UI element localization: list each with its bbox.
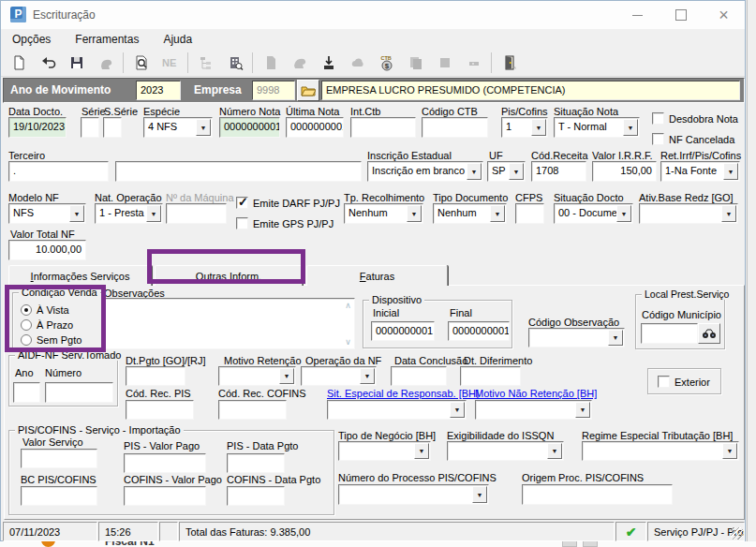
sit-especial-link[interactable]: Sit. Especial de Responsab. [BH] (327, 388, 479, 399)
cofins-data-pgto-field[interactable] (227, 486, 285, 506)
undo-icon[interactable] (33, 51, 62, 75)
data-conclusao-field[interactable] (391, 366, 447, 386)
desdobra-nota-checkbox[interactable]: Desdobra Nota (652, 112, 738, 125)
regime-especial-select[interactable] (582, 441, 739, 461)
serie-field[interactable] (81, 117, 99, 138)
cofins-valor-pago-field[interactable] (124, 486, 206, 506)
menu-ajuda[interactable]: Ajuda (163, 33, 192, 46)
aidf-ano-field[interactable] (13, 382, 40, 403)
ano-movimento-field[interactable]: 2023 (136, 81, 181, 100)
cod-rec-cofins-field[interactable] (218, 400, 287, 420)
bc-pis-cofins-field[interactable] (21, 486, 97, 506)
chevron-down-icon[interactable] (531, 119, 546, 136)
radio-a-vista[interactable]: À Vista (21, 304, 69, 316)
sit-especial-select[interactable] (327, 400, 467, 420)
num-maquina-field[interactable] (166, 203, 227, 224)
chevron-down-icon[interactable] (69, 205, 84, 222)
terceiro-code-field[interactable]: . (8, 161, 109, 182)
minimize-button[interactable] (616, 1, 659, 29)
new-document-icon[interactable] (4, 51, 33, 75)
situacao-docto-select[interactable]: 00 - Documer (554, 203, 633, 224)
chevron-down-icon[interactable] (407, 205, 422, 222)
inscricao-estadual-select[interactable]: Inscrição em branco (367, 161, 483, 182)
menu-ferramentas[interactable]: Ferramentas (75, 33, 139, 46)
scroll-up-icon[interactable] (345, 301, 351, 310)
ret-irrf-select[interactable]: 1-Na Fonte (660, 161, 740, 182)
dispositivo-final-field[interactable]: 0000000001 (448, 321, 510, 341)
chevron-down-icon[interactable] (509, 163, 524, 180)
codigo-observacao-select[interactable] (528, 328, 625, 347)
cfps-field[interactable] (515, 203, 544, 224)
dt-diferimento-field[interactable] (460, 366, 521, 386)
export-save-icon[interactable] (314, 51, 343, 75)
tab-informacoes-servicos[interactable]: Informações Serviços (8, 265, 152, 286)
radio-a-prazo[interactable]: À Prazo (21, 319, 73, 331)
chevron-down-icon[interactable] (616, 205, 631, 222)
dispositivo-inicial-field[interactable]: 0000000001 (371, 321, 435, 341)
empresa-code-field[interactable]: 9998 (252, 81, 295, 100)
uf-select[interactable]: SP (487, 161, 526, 182)
chevron-down-icon[interactable] (722, 443, 737, 459)
chevron-down-icon[interactable] (467, 163, 482, 180)
situacao-nota-select[interactable]: T - Normal (554, 117, 640, 138)
chevron-down-icon[interactable] (575, 402, 590, 418)
modelo-nf-select[interactable]: NFS (8, 203, 86, 224)
pis-cofins-select[interactable]: 1 (501, 117, 548, 138)
emite-darf-checkbox[interactable]: Emite DARF PJ/PJ (236, 197, 340, 209)
motivo-retencao-select[interactable] (218, 366, 296, 386)
pis-valor-pago-field[interactable] (124, 453, 206, 473)
motivo-nao-retencao-select[interactable] (475, 400, 592, 420)
chevron-down-icon[interactable] (279, 368, 294, 384)
resize-grip[interactable] (731, 527, 743, 540)
aidf-numero-field[interactable] (45, 382, 113, 403)
chevron-down-icon[interactable] (623, 119, 638, 136)
ativ-base-redz-select[interactable] (639, 203, 738, 224)
exit-door-icon[interactable] (495, 51, 524, 75)
codigo-ctb-field[interactable] (422, 117, 488, 138)
chevron-down-icon[interactable] (450, 402, 465, 418)
cod-receita-field[interactable]: 1708 (531, 161, 586, 182)
chevron-down-icon[interactable] (608, 330, 623, 346)
chevron-down-icon[interactable] (723, 163, 738, 180)
chevron-down-icon[interactable] (547, 443, 562, 459)
chevron-down-icon[interactable] (360, 368, 375, 384)
chevron-down-icon[interactable] (472, 486, 487, 503)
pis-data-pgto-field[interactable] (227, 453, 285, 473)
tipo-documento-select[interactable]: Nenhum (433, 203, 507, 224)
exterior-checkbox[interactable]: Exterior (658, 376, 710, 388)
valor-servico-field[interactable] (21, 449, 97, 468)
open-company-button[interactable] (297, 80, 319, 101)
operacao-nf-select[interactable] (301, 366, 377, 386)
tipo-negocio-select[interactable] (338, 441, 431, 461)
ultima-nota-field[interactable]: 0000000001 (286, 117, 344, 138)
terceiro-name-field[interactable] (115, 161, 362, 182)
numero-processo-select[interactable] (338, 484, 489, 505)
chevron-down-icon[interactable] (146, 205, 161, 222)
numero-nota-field[interactable]: 0000000001 (219, 117, 280, 138)
chevron-down-icon[interactable] (414, 443, 429, 459)
observacoes-textarea[interactable] (104, 298, 355, 349)
exigibilidade-issqn-select[interactable] (447, 441, 564, 461)
observacoes-scrollbar[interactable] (341, 299, 355, 348)
ctb-money-icon[interactable]: CTB$ (372, 51, 401, 75)
nat-operacao-select[interactable]: 1 - Presta (95, 203, 163, 224)
valor-total-nf-field[interactable]: 10.000,00 (8, 240, 86, 260)
chevron-down-icon[interactable] (490, 205, 505, 222)
data-docto-field[interactable]: 19/10/2023 (8, 117, 67, 138)
int-ctb-field[interactable] (350, 117, 416, 138)
menu-opcoes[interactable]: Opções (12, 33, 51, 46)
emite-gps-checkbox[interactable]: Emite GPS PJ/PJ (236, 217, 334, 229)
valor-irrf-field[interactable]: 150,00 (592, 161, 657, 182)
municipio-search-button[interactable] (698, 323, 720, 344)
save-icon[interactable] (62, 51, 91, 75)
nf-cancelada-checkbox[interactable]: NF Cancelada (652, 133, 734, 145)
close-button[interactable] (703, 1, 745, 29)
radio-sem-pgto[interactable]: Sem Pgto (21, 334, 82, 346)
print-preview-icon[interactable] (126, 51, 156, 75)
maximize-button[interactable] (660, 1, 702, 29)
tab-outras-inform[interactable]: Outras Inform. (155, 265, 303, 286)
cod-rec-pis-field[interactable] (126, 400, 194, 420)
tab-faturas[interactable]: Faturas (306, 265, 448, 286)
codigo-municipio-field[interactable] (641, 323, 698, 344)
especie-select[interactable]: 4 NFS (143, 117, 213, 138)
